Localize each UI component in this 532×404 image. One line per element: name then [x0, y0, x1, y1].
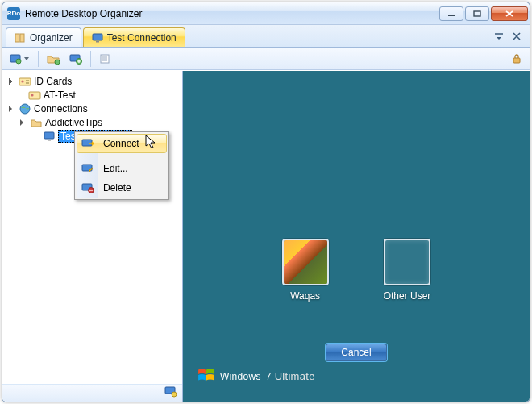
new-dropdown-button[interactable] — [6, 50, 33, 68]
menu-item-label: Delete — [103, 182, 131, 194]
lock-button[interactable] — [507, 50, 526, 68]
tab-close-button[interactable] — [510, 30, 523, 43]
close-button[interactable] — [491, 6, 528, 21]
user-tile-other[interactable]: Other User — [384, 239, 431, 302]
sidebar-footer — [2, 384, 182, 402]
collapse-icon[interactable] — [19, 118, 27, 127]
id-card-icon — [28, 90, 41, 101]
windows-logo-icon — [197, 367, 215, 383]
tree-node-at-test[interactable]: AT-Test — [4, 88, 181, 102]
connection-tree[interactable]: ID Cards AT-Test Connections AddictiveTi… — [2, 71, 182, 384]
menu-item-connect[interactable]: Connect — [77, 134, 167, 153]
tab-test-connection[interactable]: Test Connection — [83, 27, 185, 47]
new-connection-button[interactable] — [66, 50, 85, 68]
avatar-frame — [384, 239, 430, 285]
brand-text: Windows 7Ultimate — [220, 365, 315, 384]
monitor-icon — [43, 131, 56, 142]
sidebar: ID Cards AT-Test Connections AddictiveTi… — [2, 71, 183, 402]
svg-rect-6 — [93, 34, 102, 40]
tab-label: Organizer — [30, 32, 73, 44]
svg-rect-23 — [19, 78, 31, 85]
svg-rect-1 — [474, 11, 480, 16]
window-title: Remote Desktop Organizer — [25, 8, 438, 19]
tree-node-id-cards[interactable]: ID Cards — [4, 74, 181, 88]
remote-desktop-pane[interactable]: Waqas Other User Cancel Windows 7Ultimat… — [183, 71, 530, 402]
tab-bar: Organizer Test Connection — [2, 25, 530, 48]
svg-point-24 — [21, 80, 23, 82]
collapse-icon[interactable] — [7, 77, 16, 85]
toolbar — [2, 48, 530, 70]
menu-item-label: Edit... — [103, 163, 128, 174]
collapse-icon[interactable] — [7, 104, 16, 113]
svg-rect-7 — [96, 41, 99, 43]
svg-rect-31 — [48, 140, 51, 141]
tree-label: AddictiveTips — [45, 117, 102, 128]
app-icon: RDo — [7, 7, 20, 20]
windows-brand: Windows 7Ultimate — [197, 365, 315, 384]
avatar-image — [284, 240, 327, 284]
avatar-frame — [282, 239, 329, 285]
svg-point-33 — [172, 392, 177, 397]
folder-icon — [30, 117, 43, 128]
svg-rect-34 — [82, 140, 92, 146]
new-folder-button[interactable] — [44, 50, 63, 68]
monitor-icon — [164, 386, 177, 400]
svg-point-13 — [55, 60, 60, 65]
titlebar[interactable]: RDo Remote Desktop Organizer — [2, 2, 530, 25]
globe-icon — [19, 103, 31, 115]
tree-node-connections[interactable]: Connections — [4, 102, 181, 115]
tab-menu-button[interactable] — [493, 30, 505, 43]
tab-organizer[interactable]: Organizer — [6, 27, 81, 47]
app-window: RDo Remote Desktop Organizer Organizer — [2, 2, 530, 402]
monitor-connect-icon — [81, 138, 94, 149]
menu-item-label: Connect — [103, 138, 139, 149]
monitor-delete-icon — [81, 182, 94, 194]
menu-item-edit[interactable]: Edit... — [77, 159, 167, 178]
book-icon — [15, 33, 26, 43]
content-area: ID Cards AT-Test Connections AddictiveTi… — [2, 70, 530, 402]
minimize-button[interactable] — [439, 6, 463, 21]
svg-rect-30 — [44, 132, 54, 139]
cancel-button[interactable]: Cancel — [326, 344, 387, 361]
tree-label: Connections — [34, 103, 88, 115]
tree-label: ID Cards — [34, 76, 72, 87]
maximize-button[interactable] — [465, 6, 489, 21]
user-name-label: Waqas — [290, 290, 320, 302]
properties-button[interactable] — [96, 50, 115, 68]
monitor-icon — [92, 33, 103, 43]
svg-rect-22 — [513, 58, 520, 63]
menu-separator — [101, 156, 165, 156]
svg-point-28 — [31, 94, 33, 96]
menu-item-delete[interactable]: Delete — [77, 178, 167, 198]
id-card-icon — [19, 76, 31, 87]
monitor-edit-icon — [81, 163, 94, 174]
user-name-label: Other User — [384, 290, 431, 302]
svg-rect-5 — [20, 34, 24, 42]
svg-rect-27 — [29, 92, 40, 99]
svg-point-12 — [16, 59, 21, 64]
tree-label: AT-Test — [44, 90, 76, 101]
tree-node-addictivetips[interactable]: AddictiveTips — [4, 115, 181, 129]
user-tile-waqas[interactable]: Waqas — [282, 239, 329, 302]
context-menu: Connect Edit... Delete — [74, 131, 169, 200]
tab-label: Test Connection — [107, 32, 177, 44]
svg-rect-4 — [15, 34, 19, 42]
